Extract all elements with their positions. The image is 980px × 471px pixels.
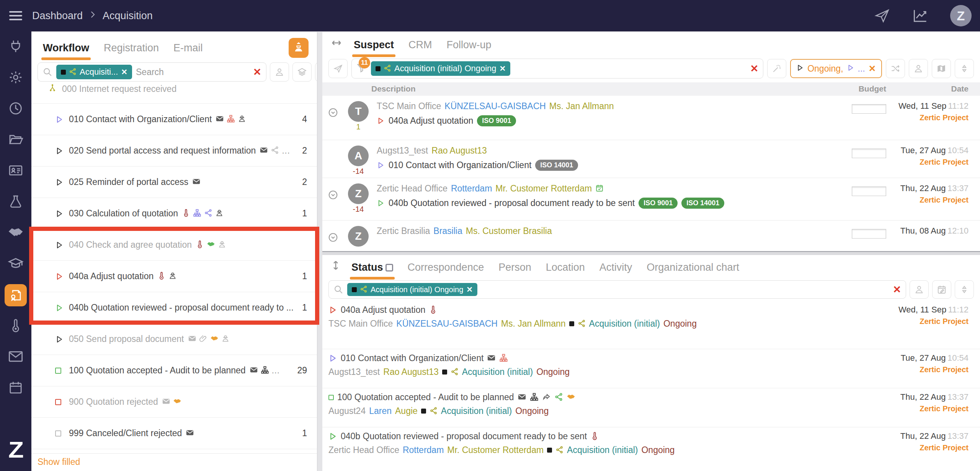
city-link[interactable]: Brasilia [433, 226, 462, 236]
expand-horizontal-icon[interactable] [331, 37, 342, 50]
person-link[interactable]: Augie [395, 406, 418, 416]
status-filter-chip[interactable]: Acquisition (initial) Ongoing ✕ [347, 283, 477, 296]
expand-chevron-icon[interactable] [328, 101, 345, 140]
workflow-link[interactable]: Acquisition (initial) [441, 406, 512, 416]
workflow-search-input[interactable] [136, 67, 249, 77]
vertical-splitter[interactable] [317, 31, 322, 471]
tab-person[interactable]: Person [498, 262, 531, 280]
suspect-search-box[interactable]: 11 Acquisition (initial) Ongoing ✕ ✕ [351, 59, 763, 78]
user-avatar[interactable]: Z [950, 5, 972, 26]
person-button[interactable] [910, 280, 929, 299]
avatar[interactable]: Z [348, 183, 369, 204]
workflow-item-030[interactable]: 030 Calculation of quotation 1 [31, 198, 317, 229]
suspect-filter-chip[interactable]: Acquisition (initial) Ongoing ✕ [371, 61, 510, 76]
city-link[interactable]: Rotterdam [451, 183, 492, 194]
sidebar-item-training[interactable] [0, 249, 31, 280]
tab-crm[interactable]: CRM [408, 39, 432, 57]
person-link[interactable]: Rao August13 [383, 367, 439, 377]
tab-suspect[interactable]: Suspect [354, 39, 394, 57]
workflow-item-040a[interactable]: 040a Adjust quotation 1 [31, 261, 317, 292]
workflow-item-900[interactable]: 900 Quotation rejected [31, 386, 317, 418]
breadcrumb-acquisition[interactable]: Acquisition [103, 10, 153, 22]
status-search-box[interactable]: Acquisition (initial) Ongoing ✕ ✕ [328, 280, 906, 299]
city-link[interactable]: Laren [369, 406, 392, 416]
list-item[interactable]: 040a Adjust quotation TSC Main Office KÜ… [322, 301, 980, 349]
shuffle-button[interactable] [886, 59, 905, 78]
clear-search-icon[interactable]: ✕ [893, 284, 901, 296]
funnel-icon[interactable]: 11 [356, 62, 367, 75]
person-link[interactable]: Ms. Jan Allmann [549, 101, 614, 111]
clear-search-icon[interactable]: ✕ [750, 63, 758, 75]
person-link[interactable]: Ms. Customer Brasilia [466, 226, 552, 236]
workflow-item-000[interactable]: 000 Internet request received [31, 83, 317, 104]
chip-remove-icon[interactable]: ✕ [466, 285, 473, 294]
sidebar-item-certification-active[interactable] [0, 280, 31, 311]
workflow-search-box[interactable]: Acquisiti... ✕ ✕ [38, 62, 266, 82]
table-row[interactable]: A -14 Augst13_test Rao August13 010 Cont… [322, 140, 980, 178]
calendar-edit-button[interactable] [932, 280, 951, 299]
workflow-link[interactable]: Acquisition (initial) [589, 319, 660, 329]
workflow-link[interactable]: Acquisition (initial) [567, 445, 638, 455]
workflow-item-020[interactable]: 020 Send portal access and request infor… [31, 135, 317, 167]
workflow-item-999[interactable]: 999 Canceled/Client rejected 1 [31, 418, 317, 449]
tab-workflow[interactable]: Workflow [43, 42, 89, 60]
city-link[interactable]: Rotterdam [403, 445, 444, 455]
tab-follow-up[interactable]: Follow-up [447, 39, 492, 57]
tab-registration[interactable]: Registration [104, 42, 159, 60]
tab-status[interactable]: Status [351, 262, 393, 280]
sidebar-item-deals[interactable] [0, 218, 31, 249]
tab-location[interactable]: Location [546, 262, 585, 280]
workflow-item-025[interactable]: 025 Reminder of portal access 2 [31, 167, 317, 198]
add-person-button[interactable] [289, 38, 309, 58]
send-filter-button[interactable] [328, 59, 348, 78]
sidebar-item-history[interactable] [0, 93, 31, 124]
workflow-filter-chip[interactable]: Acquisiti... ✕ [56, 65, 132, 79]
chip-remove-icon[interactable]: ✕ [121, 67, 127, 77]
status-search-input[interactable] [481, 285, 889, 295]
person-link[interactable]: Rao August13 [431, 146, 487, 156]
breadcrumb-dashboard[interactable]: Dashboard [32, 10, 83, 22]
checkbox-icon[interactable] [385, 264, 393, 271]
show-filled-link[interactable]: Show filled [38, 457, 80, 467]
sidebar-item-integrations[interactable] [0, 31, 31, 62]
tab-email[interactable]: E-mail [173, 42, 203, 60]
sort-button[interactable] [955, 59, 974, 78]
sidebar-item-projects[interactable] [0, 124, 31, 155]
expand-chevron-icon[interactable] [328, 226, 345, 251]
workflow-item-010[interactable]: 010 Contact with Organization/Client 4 [31, 104, 317, 135]
horizontal-splitter[interactable] [322, 251, 980, 255]
send-icon[interactable] [874, 7, 890, 24]
city-link[interactable]: KÜNZELSAU-GAISBACH [444, 101, 546, 111]
workflow-item-040[interactable]: 040 Check and agree quotation [31, 229, 317, 261]
hamburger-menu-icon[interactable] [9, 9, 22, 23]
sort-button[interactable] [955, 280, 974, 299]
magic-wand-button[interactable] [767, 59, 786, 78]
list-item[interactable]: 100 Quotation accepted - Audit to be pla… [322, 388, 980, 427]
tab-correspondence[interactable]: Correspondence [408, 262, 484, 280]
chip-remove-icon[interactable]: ✕ [500, 64, 506, 73]
sidebar-item-lab[interactable] [0, 186, 31, 218]
clear-search-icon[interactable]: ✕ [253, 66, 261, 78]
expand-vertical-icon[interactable] [330, 260, 341, 273]
sidebar-item-calendar[interactable] [0, 373, 31, 404]
sidebar-item-settings[interactable] [0, 62, 31, 93]
person-link[interactable]: Mr. Customer Rotterdam [495, 183, 592, 194]
map-button[interactable] [932, 59, 951, 78]
suspect-search-input[interactable] [514, 64, 746, 74]
table-row[interactable]: T 1 TSC Main Office KÜNZELSAU-GAISBACH M… [322, 96, 980, 140]
tab-organizational-chart[interactable]: Organizational chart [647, 262, 739, 280]
filter-layers-button[interactable] [292, 62, 312, 82]
person-button[interactable] [909, 59, 928, 78]
analytics-icon[interactable] [912, 7, 929, 24]
workflow-link[interactable]: Acquisition (initial) [462, 367, 533, 377]
workflow-item-050[interactable]: 050 Send proposal document [31, 324, 317, 355]
chip-remove-icon[interactable]: ✕ [869, 64, 876, 74]
avatar[interactable]: Z [348, 226, 369, 247]
person-link[interactable]: Ms. Jan Allmann [501, 319, 566, 329]
table-row[interactable]: Z Zertic Brasilia Brasilia Ms. Customer … [322, 221, 980, 251]
workflow-item-100[interactable]: 100 Quotation accepted - Audit to be pla… [31, 355, 317, 386]
filter-person-button[interactable] [270, 62, 289, 82]
avatar[interactable]: T [348, 101, 369, 122]
sidebar-item-contacts[interactable] [0, 155, 31, 186]
expand-chevron-icon[interactable] [328, 183, 345, 220]
